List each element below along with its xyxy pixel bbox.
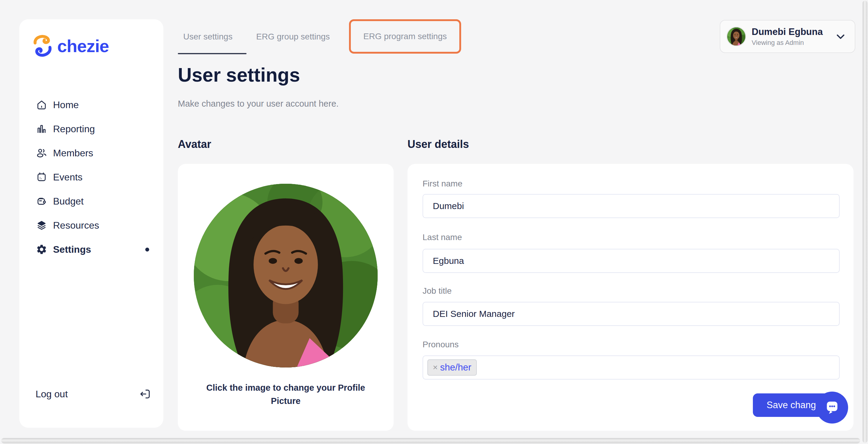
logo: chezie xyxy=(33,34,109,58)
sidebar-item-resources[interactable]: Resources xyxy=(19,213,163,237)
sidebar: chezie Home Reporting Members Events xyxy=(19,19,163,428)
sidebar-item-label: Reporting xyxy=(53,124,95,135)
sidebar-item-label: Settings xyxy=(53,244,91,255)
first-name-label: First name xyxy=(423,179,462,189)
sidebar-item-label: Budget xyxy=(53,196,84,207)
active-tab-underline xyxy=(178,53,247,54)
details-section-heading: User details xyxy=(407,138,469,151)
pronouns-label: Pronouns xyxy=(423,340,459,349)
job-title-label: Job title xyxy=(423,286,452,296)
chezie-logo-icon xyxy=(33,34,53,58)
user-role: Viewing as Admin xyxy=(752,39,823,47)
logout-label: Log out xyxy=(36,388,68,400)
brand-name: chezie xyxy=(57,36,109,56)
sidebar-item-home[interactable]: Home xyxy=(19,93,163,117)
sidebar-item-budget[interactable]: Budget xyxy=(19,189,163,213)
layers-icon xyxy=(36,219,48,231)
vertical-scrollbar[interactable] xyxy=(863,1,867,443)
sidebar-item-events[interactable]: Events xyxy=(19,165,163,189)
sidebar-item-settings[interactable]: Settings xyxy=(19,237,163,261)
tab-erg-group-settings[interactable]: ERG group settings xyxy=(256,32,330,41)
avatar-section-heading: Avatar xyxy=(178,138,211,151)
sidebar-item-label: Resources xyxy=(53,220,99,231)
logout-icon xyxy=(138,388,151,400)
sidebar-item-reporting[interactable]: Reporting xyxy=(19,117,163,141)
tab-user-settings[interactable]: User settings xyxy=(183,32,232,41)
first-name-field[interactable] xyxy=(423,194,840,218)
last-name-label: Last name xyxy=(423,232,462,242)
calendar-icon xyxy=(36,171,48,183)
logout-button[interactable]: Log out xyxy=(19,384,163,404)
user-menu[interactable]: Dumebi Egbuna Viewing as Admin xyxy=(720,20,855,53)
sidebar-item-members[interactable]: Members xyxy=(19,141,163,165)
avatar xyxy=(726,27,746,46)
horizontal-scrollbar[interactable] xyxy=(1,438,860,443)
pronouns-field[interactable]: × she/her xyxy=(423,355,840,380)
home-icon xyxy=(36,99,48,111)
settings-indicator-dot xyxy=(145,248,149,252)
chevron-down-icon xyxy=(834,30,847,43)
avatar-card[interactable]: Click the image to change your Profile P… xyxy=(178,164,394,431)
avatar-caption: Click the image to change your Profile P… xyxy=(195,381,376,408)
remove-tag-icon[interactable]: × xyxy=(433,363,438,372)
sidebar-item-label: Members xyxy=(53,148,93,159)
page-subtitle: Make changes to your user account here. xyxy=(178,99,339,109)
bar-chart-icon xyxy=(36,123,48,135)
user-name: Dumebi Egbuna xyxy=(752,27,823,37)
gear-icon xyxy=(36,243,48,255)
job-title-field[interactable] xyxy=(423,302,840,326)
sidebar-item-label: Home xyxy=(53,99,79,110)
pronoun-tag: × she/her xyxy=(427,359,477,376)
sidebar-item-label: Events xyxy=(53,172,83,183)
highlight-annotation-box: ERG program settings xyxy=(349,19,461,54)
user-details-card: First name Last name Job title Pronouns … xyxy=(407,164,854,431)
profile-picture[interactable] xyxy=(194,184,378,368)
page-title: User settings xyxy=(178,64,300,86)
wallet-icon xyxy=(36,195,48,207)
chat-launcher-button[interactable] xyxy=(816,391,848,423)
people-icon xyxy=(36,147,48,159)
chat-bubble-icon xyxy=(824,399,841,416)
pronoun-tag-label: she/her xyxy=(440,362,471,373)
sidebar-nav: Home Reporting Members Events Budget xyxy=(19,93,163,261)
tab-erg-program-settings[interactable]: ERG program settings xyxy=(364,32,447,41)
last-name-field[interactable] xyxy=(423,249,840,273)
